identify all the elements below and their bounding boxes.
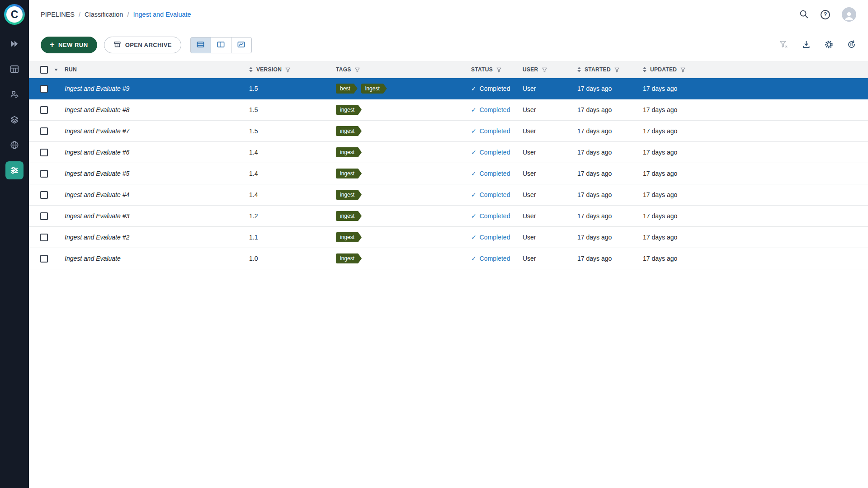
row-checkbox[interactable] xyxy=(40,255,48,263)
run-name[interactable]: Ingest and Evaluate #2 xyxy=(65,234,129,241)
run-tags: ingest xyxy=(336,147,471,157)
run-name[interactable]: Ingest and Evaluate #5 xyxy=(65,170,129,177)
run-version: 1.2 xyxy=(249,212,336,220)
help-icon: ? xyxy=(821,10,830,19)
table-view-toggle[interactable] xyxy=(190,37,211,53)
sidebar-item-workers[interactable] xyxy=(5,85,24,103)
run-started: 17 days ago xyxy=(577,255,643,262)
filter-icon[interactable] xyxy=(496,67,502,73)
tag-ingest: ingest xyxy=(336,105,362,115)
breadcrumb-separator: / xyxy=(79,11,80,18)
tag-ingest: ingest xyxy=(336,232,362,242)
settings-button[interactable] xyxy=(824,40,834,51)
breadcrumb-project[interactable]: Classification xyxy=(85,11,123,18)
run-user: User xyxy=(523,191,577,198)
table-row[interactable]: Ingest and Evaluate #4 1.4 ingest ✓ Comp… xyxy=(29,184,868,206)
run-version: 1.5 xyxy=(249,106,336,113)
column-header-status[interactable]: STATUS xyxy=(471,66,523,73)
user-header-label: USER xyxy=(523,66,538,73)
download-button[interactable] xyxy=(802,40,811,51)
check-icon: ✓ xyxy=(471,255,476,262)
tag-ingest: ingest xyxy=(336,169,362,178)
row-checkbox[interactable] xyxy=(40,191,48,199)
table-row[interactable]: Ingest and Evaluate #8 1.5 ingest ✓ Comp… xyxy=(29,99,868,121)
sort-icon[interactable] xyxy=(577,67,581,72)
run-name[interactable]: Ingest and Evaluate #7 xyxy=(65,127,129,135)
column-header-updated[interactable]: UPDATED xyxy=(643,66,868,73)
sort-icon[interactable] xyxy=(249,67,253,72)
breadcrumb-pipelines[interactable]: PIPELINES xyxy=(41,11,75,18)
run-name[interactable]: Ingest and Evaluate #6 xyxy=(65,149,129,156)
run-name[interactable]: Ingest and Evaluate #8 xyxy=(65,106,129,113)
run-updated: 17 days ago xyxy=(643,149,868,156)
plus-icon: + xyxy=(50,41,55,49)
tag-ingest: ingest xyxy=(336,253,362,263)
sidebar-item-pipelines[interactable] xyxy=(5,161,24,179)
column-header-run[interactable]: RUN xyxy=(65,66,249,73)
check-icon: ✓ xyxy=(471,234,476,241)
open-archive-label: OPEN ARCHIVE xyxy=(125,42,172,48)
clear-filters-button[interactable] xyxy=(779,40,788,51)
table-row[interactable]: Ingest and Evaluate #9 1.5 bestingest ✓ … xyxy=(29,78,868,99)
split-view-toggle[interactable] xyxy=(211,37,231,53)
row-checkbox[interactable] xyxy=(40,106,48,114)
chart-view-toggle[interactable] xyxy=(231,37,252,53)
new-run-button[interactable]: + NEW RUN xyxy=(41,37,97,53)
select-dropdown-caret-icon[interactable] xyxy=(54,69,58,71)
search-button[interactable] xyxy=(799,9,809,20)
run-name[interactable]: Ingest and Evaluate #9 xyxy=(65,85,129,92)
column-header-version[interactable]: VERSION xyxy=(249,66,336,73)
auto-refresh-button[interactable] xyxy=(847,40,856,51)
layers-icon xyxy=(9,115,19,125)
run-name[interactable]: Ingest and Evaluate xyxy=(65,255,121,262)
run-user: User xyxy=(523,85,577,92)
row-checkbox-cell xyxy=(40,170,65,178)
column-header-user[interactable]: USER xyxy=(523,66,577,73)
table-row[interactable]: Ingest and Evaluate #3 1.2 ingest ✓ Comp… xyxy=(29,206,868,227)
help-button[interactable]: ? xyxy=(821,10,830,19)
table-row[interactable]: Ingest and Evaluate #6 1.4 ingest ✓ Comp… xyxy=(29,142,868,163)
run-tags: ingest xyxy=(336,190,471,200)
row-checkbox[interactable] xyxy=(40,149,48,156)
run-name-cell: Ingest and Evaluate #6 xyxy=(65,149,249,156)
row-checkbox-cell xyxy=(40,127,65,135)
table-row[interactable]: Ingest and Evaluate #5 1.4 ingest ✓ Comp… xyxy=(29,163,868,184)
filter-icon[interactable] xyxy=(354,67,360,73)
run-status: ✓ Completed xyxy=(471,106,523,113)
chart-view-icon xyxy=(237,40,245,50)
table-row[interactable]: Ingest and Evaluate #2 1.1 ingest ✓ Comp… xyxy=(29,227,868,248)
sidebar-item-projects[interactable] xyxy=(5,35,24,53)
row-checkbox[interactable] xyxy=(40,85,48,93)
download-icon xyxy=(802,40,811,51)
table-row[interactable]: Ingest and Evaluate 1.0 ingest ✓ Complet… xyxy=(29,248,868,269)
run-status: ✓ Completed xyxy=(471,255,523,262)
main-area: PIPELINES / Classification / Ingest and … xyxy=(29,0,868,488)
sort-icon[interactable] xyxy=(643,67,646,72)
run-name[interactable]: Ingest and Evaluate #4 xyxy=(65,191,129,198)
filter-icon[interactable] xyxy=(680,67,686,73)
filter-icon[interactable] xyxy=(542,67,547,73)
sidebar-item-hyperdatasets[interactable] xyxy=(5,136,24,154)
clearml-logo[interactable]: C xyxy=(4,4,25,25)
user-menu-button[interactable] xyxy=(842,7,856,22)
filter-icon[interactable] xyxy=(614,67,620,73)
run-tags: bestingest xyxy=(336,84,471,94)
column-header-started[interactable]: STARTED xyxy=(577,66,643,73)
sidebar-item-reports[interactable] xyxy=(5,60,24,78)
row-checkbox[interactable] xyxy=(40,170,48,178)
row-checkbox[interactable] xyxy=(40,212,48,220)
started-header-label: STARTED xyxy=(585,66,611,73)
run-updated: 17 days ago xyxy=(643,127,868,135)
column-header-tags[interactable]: TAGS xyxy=(336,66,471,73)
row-checkbox[interactable] xyxy=(40,127,48,135)
run-name[interactable]: Ingest and Evaluate #3 xyxy=(65,212,129,220)
run-started: 17 days ago xyxy=(577,106,643,113)
user-avatar-icon xyxy=(842,7,856,22)
open-archive-button[interactable]: OPEN ARCHIVE xyxy=(104,37,181,53)
filter-icon[interactable] xyxy=(285,67,291,73)
sidebar-item-datasets[interactable] xyxy=(5,111,24,129)
table-row[interactable]: Ingest and Evaluate #7 1.5 ingest ✓ Comp… xyxy=(29,121,868,142)
select-all-checkbox[interactable] xyxy=(40,66,48,74)
run-status: ✓ Completed xyxy=(471,149,523,156)
row-checkbox[interactable] xyxy=(40,234,48,241)
